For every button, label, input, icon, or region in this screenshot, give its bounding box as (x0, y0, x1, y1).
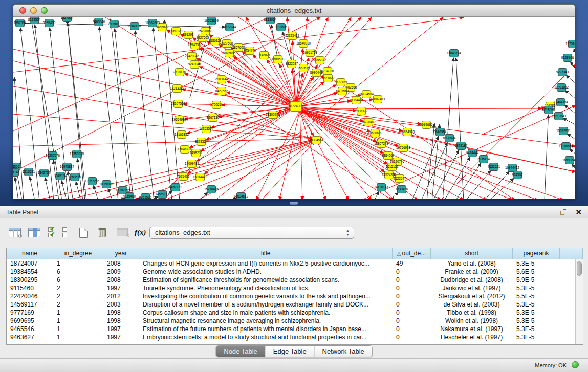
graph-node-label: 7955812 (314, 58, 326, 62)
network-view-frame: citations_edges.txt 94658228960128891293… (0, 0, 588, 206)
graph-node-label: 2718176 (173, 70, 186, 74)
column-header-title[interactable]: title (139, 248, 393, 259)
table-cell: 1997 (103, 325, 139, 333)
graph-node-label: 9640954 (434, 130, 447, 134)
unselect-rows-icon[interactable] (62, 227, 68, 238)
column-header-in_degree[interactable]: in_degree (53, 248, 103, 259)
graph-node-label: 391145 (13, 170, 20, 174)
graph-node-label: 10962683 (145, 21, 160, 25)
table-cell: Wolkin et al. (1998) (431, 317, 513, 325)
graph-node-label: 7986372 (355, 109, 368, 113)
graph-node-label: 20206576 (46, 154, 60, 157)
scrollbar-thumb[interactable] (577, 261, 582, 276)
table-row[interactable]: 911546021997Tourette syndrome. Phenomeno… (7, 284, 583, 292)
table-cell: 9465546 (7, 325, 53, 333)
memory-ok-icon[interactable] (572, 361, 579, 368)
network-canvas[interactable]: 9465822896012889129325226058992750516543… (13, 17, 575, 199)
table-row[interactable]: 2242004622012Investigating the contribut… (7, 292, 583, 300)
graph-node-label: 8215958 (542, 108, 555, 112)
graph-node-label: 8822037 (286, 62, 298, 65)
graph-node-label: 9474444 (466, 151, 479, 155)
table-cell: Nakamura et al. (1997) (431, 325, 513, 333)
table-scrollbar[interactable] (575, 259, 583, 344)
graph-node-label: 1250515 (69, 175, 81, 179)
column-header-pagerank[interactable]: pagerank (513, 248, 560, 259)
graph-node-label: 17957255 (85, 179, 100, 183)
graph-node-label: 2935114 (477, 157, 490, 161)
column-header-out_de...[interactable]: △out_de... (393, 248, 431, 259)
tab-network-table[interactable]: Network Table (315, 346, 372, 357)
graph-node-label: 1557884 (14, 21, 27, 25)
table-cell: 5.5E-5 (513, 292, 560, 300)
graph-node-label: 9927508 (221, 41, 233, 45)
tab-edge-table[interactable]: Edge Table (266, 346, 315, 357)
graph-node-label: 891293 (183, 33, 194, 36)
close-panel-icon[interactable]: ✕ (575, 208, 582, 216)
table-row[interactable]: 1456911722003Disruption of a novel membe… (7, 300, 583, 309)
show-columns-icon[interactable] (28, 228, 40, 237)
graph-node-label: 14136141 (374, 185, 389, 189)
table-cell: 2009 (103, 268, 139, 276)
table-select-dropdown[interactable]: citations_edges.txt ▲▼ (149, 227, 354, 239)
splitter-handle[interactable] (290, 202, 298, 205)
table-row[interactable]: 946362711997Embryonic stem cells: a mode… (7, 333, 583, 341)
graph-node-label: 8572244 (224, 25, 236, 29)
graph-node-label: 12093832 (554, 85, 569, 89)
table-cell: 5.3E-5 (513, 300, 560, 309)
graph-node-label: 8129504 (28, 18, 41, 21)
column-header-year[interactable]: year (103, 248, 139, 259)
table-cell: 1 (53, 259, 103, 268)
table-cell: 1997 (103, 333, 139, 341)
table-cell: Structural magnetic resonance image aver… (139, 317, 393, 325)
graph-node-label: 9218506 (275, 25, 288, 29)
graph-node-label: 20364486 (349, 98, 364, 102)
graph-node-label: 6879197 (455, 144, 468, 147)
table-row[interactable]: 1872400712008Changes of HCN gene express… (7, 259, 583, 268)
table-row[interactable]: 946554611997Estimation of the future num… (7, 325, 583, 333)
sort-asc-icon: △ (397, 251, 401, 256)
graph-node-label: 14524851 (382, 173, 397, 177)
table-cell: Changes of HCN gene expression and I(f) … (139, 259, 393, 268)
select-all-icon[interactable]: ✔✔ (47, 227, 57, 238)
delete-table-icon: ⦻ (117, 228, 128, 236)
table-cell: 0 (393, 300, 431, 309)
table-row[interactable]: 1938455462009Genome-wide association stu… (7, 268, 583, 276)
table-mode-icon[interactable]: ⚙ (9, 228, 21, 237)
graph-hub-label: 18724007 (288, 104, 303, 108)
table-cell: 2 (53, 292, 103, 300)
table-cell: 0 (393, 333, 431, 341)
table-cell: 2003 (103, 300, 139, 309)
graph-node-label: 15751074 (565, 42, 575, 46)
table-cell: 9115460 (7, 284, 53, 292)
table-cell: Dudbridge et al. (2008) (431, 276, 513, 284)
graph-node-label: 8427552 (215, 89, 228, 93)
table-cell: 0 (393, 309, 431, 317)
table-cell: 1 (53, 333, 103, 341)
table-panel-body: ⚙ ✔✔ ⦻ f(x) citations_edges.txt ▲▼ namei… (0, 218, 588, 358)
graph-node-label: 14099489 (185, 162, 200, 165)
table-cell: de Silva et al. (2003) (431, 300, 513, 309)
table-row[interactable]: 969969511998Structural magnetic resonanc… (7, 317, 583, 325)
function-builder-icon[interactable]: f(x) (135, 228, 146, 237)
table-row[interactable]: 1830029562008Estimation of significance … (7, 276, 583, 284)
column-header-name[interactable]: name (7, 248, 53, 259)
column-header-short[interactable]: short (431, 248, 513, 259)
graph-node-label: 9777169 (335, 80, 347, 84)
graph-node-label: 10807483 (371, 97, 385, 101)
graph-node-label: 18640910 (296, 41, 311, 45)
graph-node-label: 10958107 (99, 182, 114, 186)
create-column-icon[interactable] (79, 228, 88, 238)
table-header-row: namein_degreeyeartitle△out_de...shortpag… (7, 248, 583, 259)
tab-node-table[interactable]: Node Table (216, 346, 266, 357)
window-titlebar[interactable]: citations_edges.txt (13, 5, 575, 17)
graph-node-label: 1237504 (61, 17, 74, 19)
table-cell: 9463627 (7, 333, 53, 341)
table-cell: 0 (393, 292, 431, 300)
table-row[interactable]: 977716911998Corpus callosum shape and si… (7, 309, 583, 317)
column-header-spacer[interactable] (560, 248, 583, 259)
graph-node-label: 17359928 (70, 152, 84, 156)
table-cell: Stergiakouli et al. (2012) (431, 292, 513, 300)
graph-node-label: 2803144 (215, 77, 228, 81)
float-panel-icon[interactable] (560, 209, 568, 216)
delete-columns-icon[interactable] (98, 228, 106, 237)
